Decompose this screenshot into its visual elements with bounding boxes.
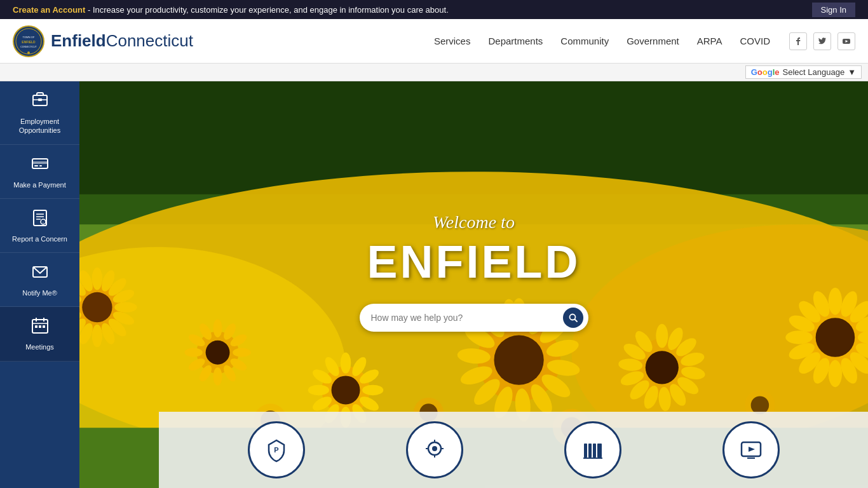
notify-icon [31, 262, 50, 285]
language-selector[interactable]: Google Select Language ▼ [745, 65, 862, 79]
search-bar [360, 304, 588, 332]
svg-line-146 [574, 320, 577, 322]
svg-text:CONNECTICUT: CONNECTICUT [20, 46, 37, 48]
svg-rect-14 [39, 165, 42, 166]
nav-government[interactable]: Government [618, 30, 688, 51]
social-icons [789, 32, 855, 50]
logo-connecticut: Connecticut [106, 31, 193, 50]
create-account-link[interactable]: Create an Account [13, 5, 85, 15]
svg-text:P: P [274, 446, 278, 454]
google-icon: Google [751, 67, 780, 77]
search-input[interactable] [371, 313, 563, 323]
nav-covid[interactable]: COVID [731, 30, 779, 51]
hero-section: Welcome to ENFIELD P [79, 81, 868, 488]
select-language-label: Select Language [783, 67, 845, 77]
svg-rect-27 [39, 325, 41, 328]
employment-icon [31, 90, 50, 113]
payment-label: Make a Payment [13, 180, 66, 189]
sidebar-item-payment[interactable]: Make a Payment [0, 145, 79, 199]
sidebar-item-report[interactable]: ! Report a Concern [0, 199, 79, 253]
announcement-bar: Create an Account - Increase your produc… [0, 0, 868, 19]
svg-rect-156 [593, 444, 596, 458]
notify-label: Notify Me® [22, 288, 57, 297]
bottom-icons-row: P [159, 412, 868, 488]
svg-point-5 [27, 51, 30, 54]
payment-icon [31, 154, 50, 177]
svg-rect-12 [32, 161, 48, 164]
logo-text: EnfieldConnecticut [51, 31, 193, 51]
main-content: Employment Opportunities Make a Payment [0, 81, 868, 488]
media-item[interactable] [722, 421, 780, 478]
logo-area[interactable]: TOWN OF ENFIELD CONNECTICUT EnfieldConne… [13, 25, 193, 57]
svg-rect-28 [43, 325, 45, 328]
report-icon: ! [31, 208, 50, 231]
maps-item[interactable] [406, 421, 463, 478]
translate-bar: Google Select Language ▼ [0, 64, 868, 81]
svg-text:!: ! [43, 221, 43, 225]
meetings-icon [31, 316, 50, 339]
media-icon-circle [722, 421, 780, 478]
svg-rect-13 [34, 165, 38, 166]
welcome-text: Welcome to [433, 212, 515, 233]
police-services-item[interactable]: P [248, 421, 305, 478]
svg-rect-157 [597, 444, 602, 458]
site-header: TOWN OF ENFIELD CONNECTICUT EnfieldConne… [0, 19, 868, 64]
announcement-text: Create an Account - Increase your produc… [13, 5, 449, 15]
police-icon-circle: P [248, 421, 305, 478]
svg-text:ENFIELD: ENFIELD [22, 40, 36, 44]
sidebar-item-meetings[interactable]: Meetings [0, 307, 79, 361]
search-button[interactable] [563, 308, 583, 328]
report-label: Report a Concern [12, 234, 67, 243]
sidebar-item-notify[interactable]: Notify Me® [0, 253, 79, 307]
svg-marker-160 [749, 447, 755, 452]
nav-departments[interactable]: Departments [479, 30, 552, 51]
twitter-icon[interactable] [813, 32, 831, 50]
library-icon-circle [564, 421, 621, 478]
dropdown-arrow: ▼ [848, 67, 856, 77]
svg-rect-155 [588, 444, 592, 458]
svg-rect-154 [584, 444, 587, 458]
employment-label: Employment Opportunities [5, 117, 74, 135]
sign-in-button[interactable]: Sign In [812, 3, 855, 17]
facebook-icon[interactable] [789, 32, 807, 50]
svg-point-149 [432, 446, 437, 451]
youtube-icon[interactable] [837, 32, 855, 50]
svg-text:TOWN OF: TOWN OF [23, 36, 35, 39]
meetings-label: Meetings [25, 342, 54, 351]
logo-enfield: Enfield [51, 31, 106, 50]
main-nav: Services Departments Community Governmen… [425, 30, 855, 51]
library-item[interactable] [564, 421, 621, 478]
nav-services[interactable]: Services [425, 30, 480, 51]
map-icon-circle [406, 421, 463, 478]
town-seal: TOWN OF ENFIELD CONNECTICUT [13, 25, 44, 57]
sidebar: Employment Opportunities Make a Payment [0, 81, 79, 488]
svg-rect-10 [38, 98, 42, 101]
hero-title: ENFIELD [367, 236, 580, 288]
nav-community[interactable]: Community [552, 30, 618, 51]
nav-arpa[interactable]: ARPA [688, 30, 731, 51]
svg-rect-26 [35, 325, 37, 328]
sidebar-item-employment[interactable]: Employment Opportunities [0, 81, 79, 145]
